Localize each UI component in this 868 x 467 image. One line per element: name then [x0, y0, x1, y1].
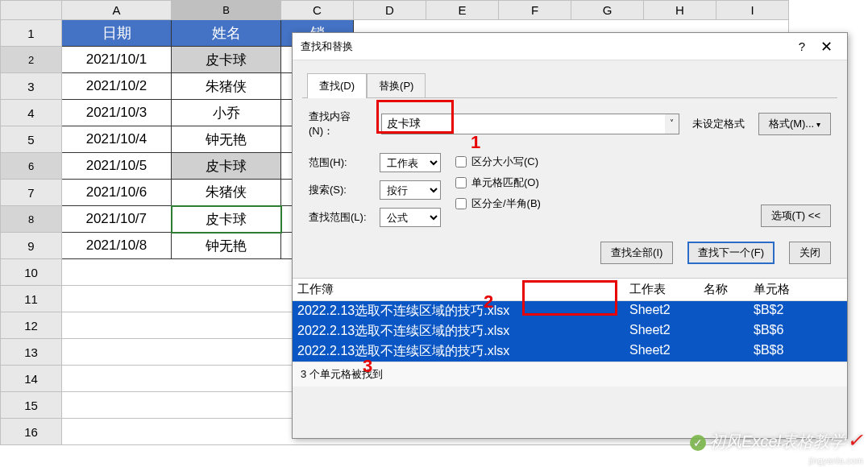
row-header-15[interactable]: 15: [1, 392, 62, 419]
match-width-checkbox[interactable]: 区分全/半角(B): [455, 196, 541, 211]
row-header-10[interactable]: 10: [1, 259, 62, 286]
cell-A9[interactable]: 2021/10/8: [62, 233, 172, 259]
row-header-13[interactable]: 13: [1, 339, 62, 366]
close-icon[interactable]: ✕: [813, 38, 839, 56]
scope-label: 范围(H):: [309, 155, 373, 170]
search-label: 搜索(S):: [309, 183, 373, 197]
row-header-16[interactable]: 16: [1, 419, 62, 445]
options-button[interactable]: 选项(T) <<: [761, 205, 831, 227]
col-header-B[interactable]: B: [172, 1, 281, 20]
find-next-button[interactable]: 查找下一个(F): [687, 242, 775, 264]
row-header-1[interactable]: 1: [1, 20, 62, 47]
row-header-5[interactable]: 5: [1, 126, 62, 153]
results-col-name[interactable]: 名称: [699, 279, 749, 300]
search-select[interactable]: 按行: [380, 180, 441, 200]
find-replace-dialog: 查找和替换 ? ✕ 查找(D) 替换(P) 查找内容(N)： ˅ 未设定格式 格…: [292, 32, 848, 439]
cell-A2[interactable]: 2021/10/1: [62, 47, 172, 73]
cell-B5[interactable]: 钟无艳: [172, 126, 281, 153]
find-all-button[interactable]: 查找全部(I): [600, 242, 673, 264]
cell-B8[interactable]: 皮卡球: [172, 206, 281, 233]
close-button[interactable]: 关闭: [789, 242, 831, 264]
find-dropdown-icon[interactable]: ˅: [665, 114, 679, 134]
dialog-title: 查找和替换: [301, 39, 791, 54]
watermark-text: ✓初风Excel表格教学✓: [690, 429, 863, 453]
cell-A4[interactable]: 2021/10/3: [62, 100, 172, 126]
scope-select[interactable]: 工作表: [380, 153, 441, 172]
cell-B6[interactable]: 皮卡球: [172, 153, 281, 180]
col-header-H[interactable]: H: [644, 1, 716, 20]
dialog-titlebar[interactable]: 查找和替换 ? ✕: [293, 33, 847, 60]
row-header-11[interactable]: 11: [1, 286, 62, 312]
column-header-row: A B C D E F G H I: [1, 1, 789, 20]
cell-B3[interactable]: 朱猪侠: [172, 73, 281, 100]
col-header-E[interactable]: E: [426, 1, 499, 20]
row-header-14[interactable]: 14: [1, 366, 62, 392]
cell-B9[interactable]: 钟无艳: [172, 233, 281, 259]
header-date[interactable]: 日期: [62, 20, 172, 47]
tab-find[interactable]: 查找(D): [307, 73, 367, 98]
cell-A7[interactable]: 2021/10/6: [62, 180, 172, 206]
cell-A6[interactable]: 2021/10/5: [62, 153, 172, 180]
col-header-G[interactable]: G: [571, 1, 644, 20]
col-header-I[interactable]: I: [716, 1, 789, 20]
col-header-A[interactable]: A: [62, 1, 172, 20]
cell-A8[interactable]: 2021/10/7: [62, 206, 172, 233]
help-button[interactable]: ?: [791, 39, 813, 53]
col-header-C[interactable]: C: [281, 1, 354, 20]
row-header-3[interactable]: 3: [1, 73, 62, 100]
find-label: 查找内容(N)：: [309, 110, 375, 138]
cell-A5[interactable]: 2021/10/4: [62, 126, 172, 153]
cell-B2[interactable]: 皮卡球: [172, 47, 281, 73]
lookin-label: 查找范围(L):: [309, 210, 373, 225]
header-name[interactable]: 姓名: [172, 20, 281, 47]
row-header-12[interactable]: 12: [1, 312, 62, 339]
cell-A3[interactable]: 2021/10/2: [62, 73, 172, 100]
results-col-workbook[interactable]: 工作簿: [293, 279, 625, 300]
cell-B4[interactable]: 小乔: [172, 100, 281, 126]
results-panel: 工作簿 工作表 名称 单元格 2022.2.13选取不连续区域的技巧.xlsxS…: [293, 278, 847, 386]
result-row[interactable]: 2022.2.13选取不连续区域的技巧.xlsxSheet2$B$8: [293, 341, 847, 362]
corner-cell[interactable]: [1, 1, 62, 20]
row-header-9[interactable]: 9: [1, 233, 62, 259]
row-header-4[interactable]: 4: [1, 100, 62, 126]
status-bar: 3 个单元格被找到: [293, 362, 847, 386]
results-col-worksheet[interactable]: 工作表: [625, 279, 699, 300]
format-button[interactable]: 格式(M)...: [758, 113, 831, 135]
format-status: 未设定格式: [686, 117, 752, 131]
row-header-6[interactable]: 6: [1, 153, 62, 180]
results-header[interactable]: 工作簿 工作表 名称 单元格: [293, 279, 847, 301]
tab-replace[interactable]: 替换(P): [367, 73, 426, 98]
row-header-8[interactable]: 8: [1, 206, 62, 233]
cell-B7[interactable]: 朱猪侠: [172, 180, 281, 206]
col-header-D[interactable]: D: [354, 1, 426, 20]
row-header-2[interactable]: 2: [1, 47, 62, 73]
results-col-cell[interactable]: 单元格: [749, 279, 815, 300]
watermark-sub: jingyanla.com: [809, 456, 863, 465]
match-whole-checkbox[interactable]: 单元格匹配(O): [455, 176, 541, 190]
row-header-7[interactable]: 7: [1, 180, 62, 206]
lookin-select[interactable]: 公式: [380, 208, 441, 227]
match-case-checkbox[interactable]: 区分大小写(C): [455, 155, 541, 169]
find-input[interactable]: [381, 114, 679, 134]
result-row[interactable]: 2022.2.13选取不连续区域的技巧.xlsxSheet2$B$2: [293, 301, 847, 321]
col-header-F[interactable]: F: [499, 1, 571, 20]
result-row[interactable]: 2022.2.13选取不连续区域的技巧.xlsxSheet2$B$6: [293, 321, 847, 341]
